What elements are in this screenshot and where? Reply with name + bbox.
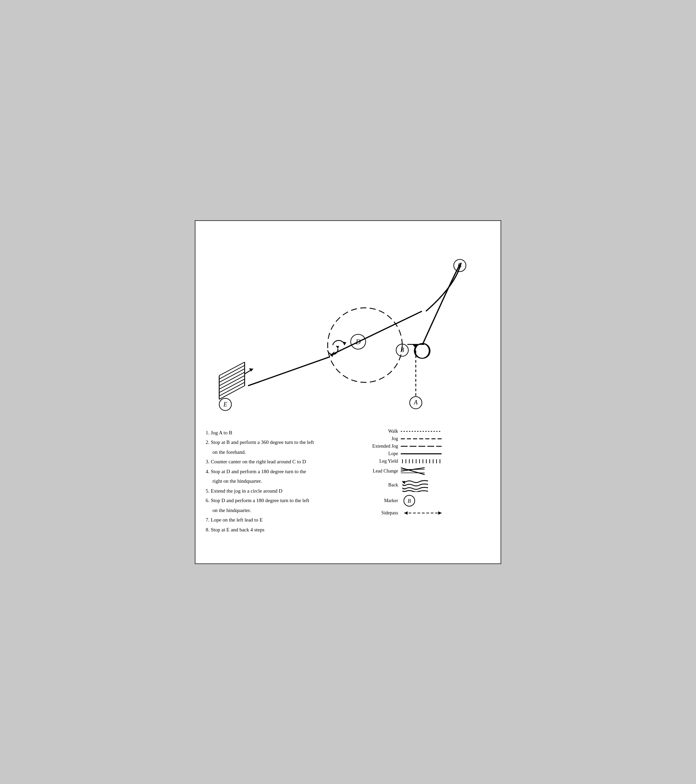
legend-leg-yield: Leg Yield xyxy=(364,459,490,464)
instruction-6: 6. Stop D and perform a 180 degree turn … xyxy=(206,496,357,505)
legend-jog-label: Jog xyxy=(364,436,398,441)
svg-line-19 xyxy=(219,386,245,399)
legend-extended-jog: Extended Jog xyxy=(364,443,490,449)
instruction-8: 8. Stop at E and back 4 steps xyxy=(206,525,357,534)
legend-sidepass-symbol xyxy=(401,510,490,516)
legend-instructions: 1. Jog A to B 2. Stop at B and perform a… xyxy=(202,428,494,535)
legend-extended-jog-label: Extended Jog xyxy=(364,443,398,449)
legend-lope: Lope xyxy=(364,451,490,456)
legend-marker-symbol: B xyxy=(401,494,490,507)
legend-back: Back xyxy=(364,478,490,492)
svg-marker-9 xyxy=(336,346,339,348)
instruction-5: 5. Extend the jog in a circle around D xyxy=(206,487,357,496)
legend-walk: Walk xyxy=(364,428,490,434)
svg-line-12 xyxy=(219,362,245,376)
legend-back-symbol xyxy=(401,478,490,492)
svg-marker-8 xyxy=(343,341,346,345)
diagram-svg: A B C xyxy=(202,228,494,425)
svg-line-18 xyxy=(219,382,245,396)
legend-jog-symbol xyxy=(401,436,490,441)
svg-line-14 xyxy=(219,369,245,382)
legend-leg-yield-label: Leg Yield xyxy=(364,459,398,464)
instruction-3: 3. Counter canter on the right lead arou… xyxy=(206,458,357,466)
svg-text:B: B xyxy=(407,498,411,504)
svg-marker-49 xyxy=(404,511,407,515)
legend-marker: Marker B xyxy=(364,494,490,507)
instruction-2b: on the forehand. xyxy=(206,448,357,457)
legend-lope-symbol xyxy=(401,451,490,456)
legend-extended-jog-symbol xyxy=(401,443,490,449)
legend-lead-change: Lead Change xyxy=(364,466,490,476)
legend: Walk Jog Extended Jog xyxy=(364,428,490,535)
legend-lead-change-label: Lead Change xyxy=(364,468,398,474)
svg-marker-50 xyxy=(438,511,442,515)
page: A B C xyxy=(195,220,501,564)
legend-leg-yield-symbol xyxy=(401,459,490,464)
legend-walk-label: Walk xyxy=(364,428,398,434)
legend-jog: Jog xyxy=(364,436,490,441)
label-d: D xyxy=(356,338,361,345)
legend-lead-change-symbol xyxy=(401,466,490,476)
label-c: C xyxy=(458,262,462,268)
legend-sidepass-label: Sidepass xyxy=(364,510,398,516)
legend-back-label: Back xyxy=(364,483,398,488)
legend-marker-label: Marker xyxy=(364,498,398,504)
instruction-6b: on the hindquarter. xyxy=(206,506,357,515)
instruction-4: 4. Stop at D and perform a 180 degree tu… xyxy=(206,468,357,476)
legend-lope-label: Lope xyxy=(364,451,398,456)
instruction-1: 1. Jog A to B xyxy=(206,428,357,437)
svg-line-16 xyxy=(219,376,245,389)
instruction-4b: right on the hindquarter. xyxy=(206,477,357,486)
instruction-7: 7. Lope on the left lead to E xyxy=(206,516,357,525)
svg-line-41 xyxy=(401,468,425,474)
diagram-area: A B C xyxy=(202,228,494,425)
svg-line-15 xyxy=(219,372,245,386)
label-e: E xyxy=(223,401,227,407)
instructions: 1. Jog A to B 2. Stop at B and perform a… xyxy=(206,428,357,535)
legend-walk-symbol xyxy=(401,428,490,434)
svg-line-13 xyxy=(219,365,245,379)
label-a: A xyxy=(414,399,418,405)
svg-point-3 xyxy=(415,343,430,358)
instruction-2: 2. Stop at B and perform a 360 degree tu… xyxy=(206,438,357,447)
svg-line-17 xyxy=(219,379,245,392)
legend-sidepass: Sidepass xyxy=(364,510,490,516)
